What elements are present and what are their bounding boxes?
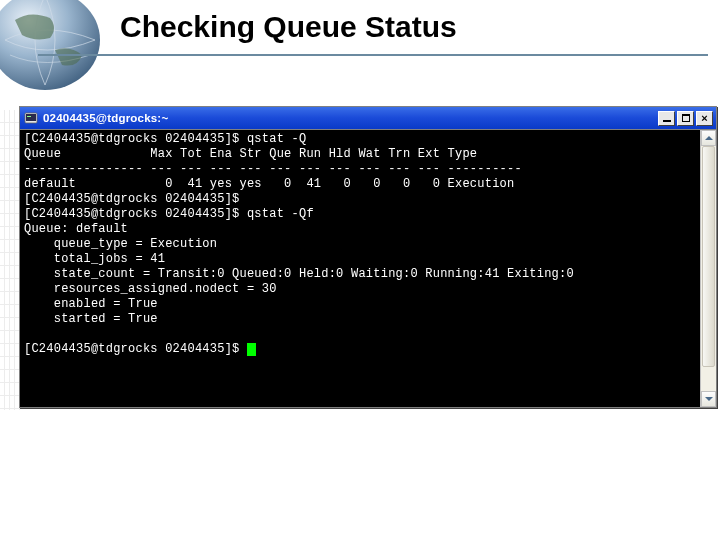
minimize-button[interactable] [658, 111, 675, 126]
scroll-track[interactable] [701, 146, 716, 391]
chevron-down-icon [705, 397, 713, 401]
terminal-output[interactable]: [C2404435@tdgrocks 02404435]$ qstat -Q Q… [20, 130, 700, 407]
close-button[interactable]: × [696, 111, 713, 126]
scroll-down-button[interactable] [701, 391, 716, 407]
scroll-up-button[interactable] [701, 130, 716, 146]
cursor [247, 343, 256, 356]
scroll-thumb[interactable] [702, 146, 715, 367]
minimize-icon [663, 120, 671, 122]
slide: Checking Queue Status 02404435@tdgrocks:… [0, 0, 720, 540]
page-title: Checking Queue Status [120, 10, 457, 44]
title-underline [38, 54, 708, 56]
chevron-up-icon [705, 136, 713, 140]
close-icon: × [701, 113, 707, 124]
svg-point-0 [0, 0, 100, 90]
svg-rect-3 [27, 116, 31, 117]
maximize-icon [682, 114, 690, 122]
globe-decoration [0, 0, 110, 95]
maximize-button[interactable] [677, 111, 694, 126]
terminal-body: [C2404435@tdgrocks 02404435]$ qstat -Q Q… [20, 129, 716, 407]
scrollbar[interactable] [700, 130, 716, 407]
terminal-window: 02404435@tdgrocks:~ × [C2404435@tdgrocks… [19, 106, 717, 408]
window-title: 02404435@tdgrocks:~ [43, 112, 658, 124]
window-titlebar[interactable]: 02404435@tdgrocks:~ × [20, 107, 716, 129]
grid-decoration [0, 110, 20, 410]
window-controls: × [658, 111, 713, 126]
svg-rect-2 [26, 114, 36, 121]
terminal-icon [24, 111, 38, 125]
